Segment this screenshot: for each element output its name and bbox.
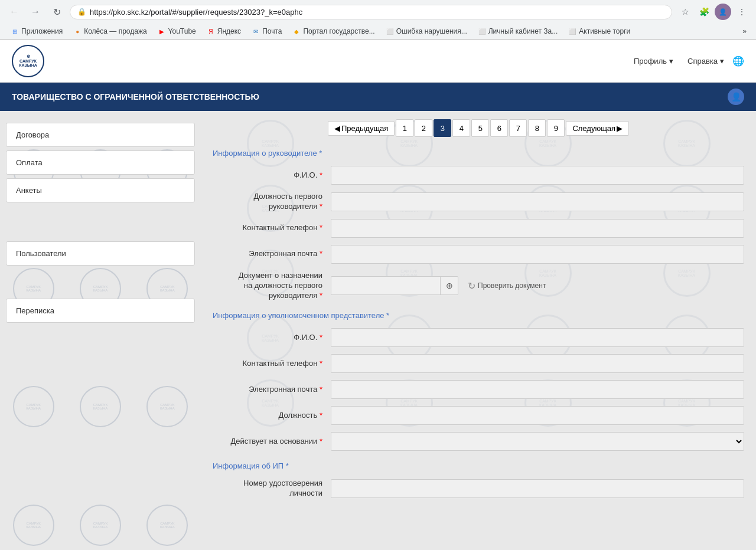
mail-icon: ✉ bbox=[252, 27, 260, 35]
forward-button[interactable]: → bbox=[27, 4, 44, 20]
back-button[interactable]: ← bbox=[6, 4, 22, 20]
verify-doc-button[interactable]: ↻ Проверить документ bbox=[463, 278, 550, 294]
sidebar-item-dogovora[interactable]: Договора bbox=[6, 123, 195, 147]
bookmark-yandex[interactable]: Я Яндекс bbox=[202, 25, 246, 37]
manager-position-input[interactable] bbox=[331, 192, 744, 211]
page-btn-9[interactable]: 9 bbox=[547, 119, 565, 137]
bookmark-yandex-label: Яндекс bbox=[217, 27, 241, 35]
manager-phone-input[interactable] bbox=[331, 219, 744, 238]
sidebar-item-oplata[interactable]: Оплата bbox=[6, 150, 195, 175]
next-page-label: Следующая bbox=[572, 124, 615, 133]
manager-fio-label: Ф.И.О. * bbox=[213, 171, 331, 181]
next-page-button[interactable]: Следующая ▶ bbox=[566, 121, 629, 136]
browser-chrome: ← → ↻ 🔒 https://pko.skc.kz/portal/#/supp… bbox=[0, 0, 756, 40]
form-row-manager-phone: Контактный телефон * bbox=[213, 219, 744, 238]
logo-emblem: ⚙ САМРУК КАЗЫНА bbox=[12, 45, 44, 77]
verify-doc-label: Проверить документ bbox=[478, 281, 546, 290]
blue-header-bar: ТОВАРИЩЕСТВО С ОГРАНИЧЕННОЙ ОТВЕТСТВЕННО… bbox=[0, 83, 756, 111]
bookmark-mail[interactable]: ✉ Почта bbox=[247, 25, 286, 37]
rep-basis-label: Действует на основании * bbox=[213, 437, 331, 447]
rep-position-label: Должность * bbox=[213, 411, 331, 421]
rep-email-input[interactable] bbox=[331, 380, 744, 399]
form-row-rep-basis: Действует на основании * Устав Доверенно… bbox=[213, 432, 744, 451]
bookmark-cabinet[interactable]: ⬜ Личный кабинет За... bbox=[473, 25, 563, 37]
form-row-rep-fio: Ф.И.О. * bbox=[213, 328, 744, 347]
sidebar-item-ankety[interactable]: Анкеты bbox=[6, 178, 195, 202]
help-button[interactable]: Справка ▾ bbox=[682, 53, 730, 69]
rep-position-input[interactable] bbox=[331, 406, 744, 425]
sidebar-item-dogovora-label: Договора bbox=[16, 130, 49, 139]
profile-avatar[interactable]: 👤 bbox=[715, 4, 731, 20]
profile-button[interactable]: Профиль ▾ bbox=[628, 53, 679, 69]
form-row-rep-email: Электронная почта * bbox=[213, 380, 744, 399]
refresh-doc-icon: ↻ bbox=[468, 280, 475, 292]
cabinet-icon: ⬜ bbox=[478, 27, 486, 35]
manager-doc-label: Документ о назначениина должность первог… bbox=[213, 271, 331, 301]
sidebar-item-perepiska[interactable]: Переписка bbox=[6, 299, 195, 323]
star-button[interactable]: ☆ bbox=[677, 4, 693, 20]
profile-label: Профиль bbox=[634, 57, 667, 66]
required-star-9: * bbox=[320, 411, 322, 420]
next-chevron-icon: ▶ bbox=[617, 124, 623, 133]
page-btn-1[interactable]: 1 bbox=[396, 119, 413, 137]
sidebar-item-perepiska-label: Переписка bbox=[16, 306, 54, 315]
portal-icon: ◆ bbox=[292, 27, 301, 35]
bookmark-apps[interactable]: ⊞ Приложения bbox=[6, 25, 67, 37]
error-icon: ⬜ bbox=[386, 27, 394, 35]
rep-phone-input[interactable] bbox=[331, 354, 744, 373]
sidebar-item-polzovateli-label: Пользователи bbox=[16, 249, 66, 258]
doc-search-button[interactable]: ⊕ bbox=[440, 277, 458, 294]
prev-page-button[interactable]: ◀ Предыдущая bbox=[328, 121, 395, 136]
bookmark-youtube-label: YouTube bbox=[168, 27, 196, 35]
bookmarks-bar: ⊞ Приложения ● Колёса — продажа ▶ YouTub… bbox=[0, 24, 756, 40]
bookmarks-more-button[interactable]: » bbox=[739, 25, 750, 37]
menu-button[interactable]: ⋮ bbox=[734, 4, 750, 20]
rep-basis-select[interactable]: Устав Доверенность Приказ bbox=[331, 432, 744, 451]
language-icon[interactable]: 🌐 bbox=[732, 55, 744, 67]
company-name: ТОВАРИЩЕСТВО С ОГРАНИЧЕННОЙ ОТВЕТСТВЕННО… bbox=[12, 92, 259, 102]
rep-email-label: Электронная почта * bbox=[213, 385, 331, 395]
page-btn-8[interactable]: 8 bbox=[528, 119, 546, 137]
manager-email-label: Электронная почта * bbox=[213, 249, 331, 259]
bookmark-trades[interactable]: ⬜ Активные торги bbox=[563, 25, 635, 37]
rep-fio-input[interactable] bbox=[331, 328, 744, 347]
manager-fio-input[interactable] bbox=[331, 166, 744, 185]
bookmark-trades-label: Активные торги bbox=[579, 27, 630, 35]
manager-doc-input[interactable] bbox=[331, 277, 440, 294]
page-btn-5[interactable]: 5 bbox=[471, 119, 489, 137]
form-row-manager-email: Электронная почта * bbox=[213, 245, 744, 264]
bookmark-kolesa-label: Колёса — продажа bbox=[84, 27, 146, 35]
extensions-button[interactable]: 🧩 bbox=[696, 4, 712, 20]
yandex-icon: Я bbox=[207, 27, 215, 35]
required-star-10: * bbox=[320, 437, 322, 446]
lock-icon: 🔒 bbox=[77, 8, 86, 16]
browser-actions: ☆ 🧩 👤 ⋮ bbox=[677, 4, 750, 20]
doc-input-wrapper: ⊕ bbox=[331, 276, 458, 295]
required-star-5: * bbox=[320, 291, 322, 300]
pagination: ◀ Предыдущая 1 2 3 4 5 6 7 8 9 Следующая… bbox=[213, 117, 744, 139]
content-area: САМРУККАЗЫНА САМРУККАЗЫНА САМРУККАЗЫНА С… bbox=[201, 111, 756, 550]
manager-email-input[interactable] bbox=[331, 245, 744, 264]
bookmark-youtube[interactable]: ▶ YouTube bbox=[153, 25, 201, 37]
page-btn-7[interactable]: 7 bbox=[509, 119, 527, 137]
sidebar-item-polzovateli[interactable]: Пользователи bbox=[6, 241, 195, 266]
required-star-4: * bbox=[320, 249, 322, 258]
page-btn-4[interactable]: 4 bbox=[452, 119, 470, 137]
page-btn-6[interactable]: 6 bbox=[490, 119, 508, 137]
manager-position-label: Должность первогоруководителя * bbox=[213, 192, 331, 212]
page-btn-3[interactable]: 3 bbox=[434, 119, 451, 137]
page-btn-2[interactable]: 2 bbox=[415, 119, 432, 137]
bookmark-kolesa[interactable]: ● Колёса — продажа bbox=[69, 25, 151, 37]
manager-phone-label: Контактный телефон * bbox=[213, 223, 331, 233]
header-nav: Профиль ▾ Справка ▾ 🌐 bbox=[628, 53, 744, 69]
ip-id-input[interactable] bbox=[331, 479, 744, 498]
bookmark-error[interactable]: ⬜ Ошибка нарушения... bbox=[381, 25, 472, 37]
refresh-button[interactable]: ↻ bbox=[48, 4, 65, 20]
bookmark-portal[interactable]: ◆ Портал государстве... bbox=[288, 25, 379, 37]
form-row-rep-position: Должность * bbox=[213, 406, 744, 425]
address-bar[interactable]: 🔒 https://pko.skc.kz/portal/#/supplier/r… bbox=[70, 5, 672, 19]
required-star-7: * bbox=[320, 359, 322, 368]
bookmark-apps-label: Приложения bbox=[21, 27, 63, 35]
section-ip-title: Информация об ИП * bbox=[213, 461, 744, 470]
form-row-manager-position: Должность первогоруководителя * bbox=[213, 192, 744, 212]
